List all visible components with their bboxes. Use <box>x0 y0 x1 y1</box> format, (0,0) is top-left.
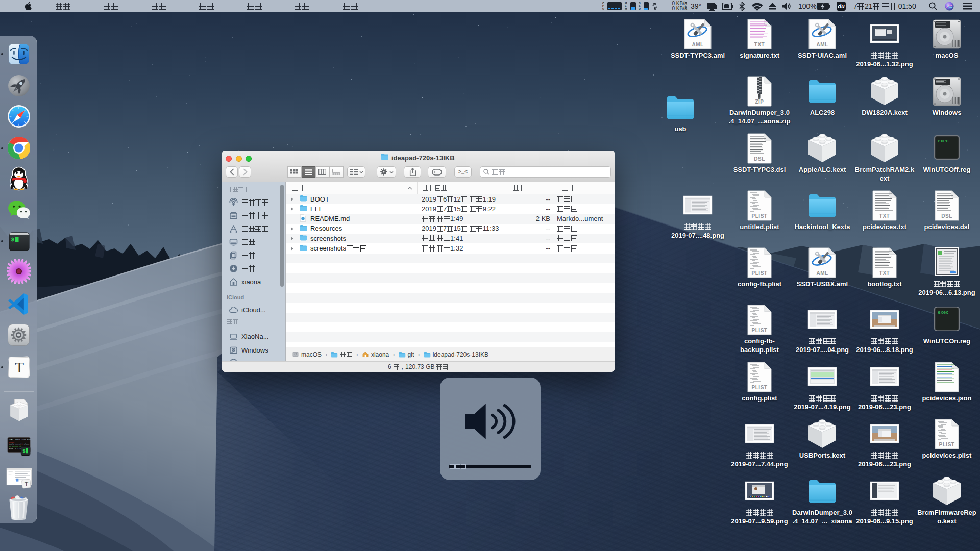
svg-text:T: T <box>24 481 28 488</box>
svg-text:exec: exec <box>938 139 949 144</box>
svg-text:TXT: TXT <box>754 42 765 47</box>
svg-text:ZIP: ZIP <box>755 99 764 105</box>
svg-text:PLIST: PLIST <box>752 270 768 276</box>
svg-text:exec: exec <box>938 310 949 315</box>
svg-text:DSL: DSL <box>754 156 765 162</box>
svg-text:PLIST: PLIST <box>752 328 768 333</box>
svg-text:PLIST: PLIST <box>752 213 768 219</box>
svg-text:PLIST: PLIST <box>752 385 768 390</box>
svg-text:TXT: TXT <box>879 213 890 219</box>
svg-text:AML: AML <box>692 42 703 47</box>
svg-text:AML: AML <box>816 270 828 276</box>
svg-text:AML: AML <box>816 42 828 47</box>
svg-text:$: $ <box>22 448 26 454</box>
svg-text:$: $ <box>11 237 15 243</box>
svg-text:T: T <box>15 359 24 375</box>
svg-text:PLIST: PLIST <box>939 442 955 447</box>
svg-text:DSL: DSL <box>941 213 952 219</box>
svg-text:TXT: TXT <box>879 270 890 276</box>
